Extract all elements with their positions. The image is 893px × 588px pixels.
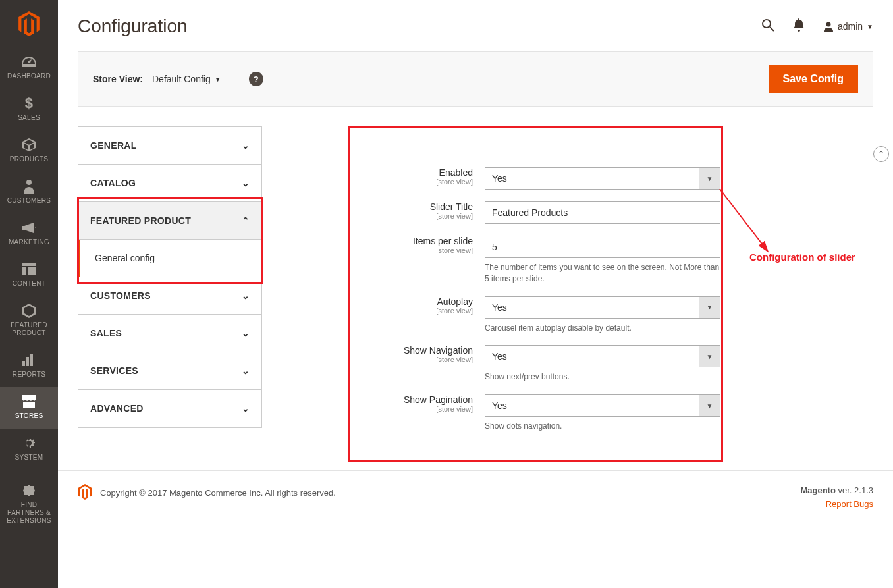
- items-per-slide-input[interactable]: [485, 236, 720, 258]
- caret-down-icon: ▼: [215, 76, 221, 83]
- nav-label: FIND PARTNERS & EXTENSIONS: [3, 501, 55, 525]
- svg-point-7: [763, 20, 771, 28]
- nav-label: PRODUCTS: [10, 155, 49, 163]
- nav-content[interactable]: CONTENT: [0, 255, 58, 296]
- svg-point-9: [826, 22, 830, 27]
- nav-label: REPORTS: [13, 371, 45, 379]
- nav-label: MARKETING: [9, 238, 49, 246]
- field-label: Items per slide: [287, 236, 473, 246]
- show-navigation-select[interactable]: Yes ▼: [485, 345, 720, 367]
- svg-rect-6: [30, 354, 33, 366]
- footer-left: Copyright © 2017 Magento Commerce Inc. A…: [78, 484, 336, 502]
- header-actions: admin ▼: [761, 18, 873, 35]
- field-slider-title: Slider Title [store view]: [287, 201, 847, 224]
- puzzle-icon: [22, 483, 36, 498]
- enabled-select[interactable]: Yes ▼: [485, 167, 720, 190]
- field-note: Show dots navigation.: [485, 421, 720, 432]
- megaphone-icon: [22, 220, 36, 236]
- store-view-switcher[interactable]: Default Config ▼: [152, 74, 221, 84]
- svg-rect-1: [22, 263, 36, 266]
- tab-advanced[interactable]: ADVANCED ⌄: [78, 390, 261, 427]
- caret-down-icon: ▼: [699, 346, 720, 367]
- field-note: Carousel item autoplay disable by defaul…: [485, 323, 720, 334]
- page-footer: Copyright © 2017 Magento Commerce Inc. A…: [58, 470, 893, 525]
- chevron-down-icon: ⌄: [242, 328, 250, 338]
- nav-label: FEATURED PRODUCT: [3, 321, 55, 337]
- caret-down-icon: ▼: [867, 23, 873, 30]
- nav-find-partners[interactable]: FIND PARTNERS & EXTENSIONS: [0, 476, 58, 533]
- nav-featured-product[interactable]: FEATURED PRODUCT: [0, 296, 58, 346]
- nav-reports[interactable]: REPORTS: [0, 346, 58, 387]
- nav-label: SALES: [18, 114, 40, 122]
- svg-line-8: [770, 27, 774, 31]
- nav-label: DASHBOARD: [7, 72, 51, 80]
- slider-config-form: Enabled [store view] Yes ▼ Slider Title …: [287, 167, 847, 432]
- subtab-general-config[interactable]: General config: [78, 240, 261, 277]
- select-value: Yes: [485, 297, 699, 318]
- field-label: Enabled: [287, 167, 473, 178]
- nav-products[interactable]: PRODUCTS: [0, 130, 58, 172]
- bars-icon: [22, 352, 36, 368]
- tab-services[interactable]: SERVICES ⌄: [78, 352, 261, 390]
- field-label: Autoplay: [287, 296, 473, 307]
- subtab-label: General config: [95, 253, 155, 263]
- nav-label: CUSTOMERS: [7, 197, 51, 205]
- chevron-up-icon: ⌃: [878, 149, 884, 159]
- hexagon-icon: [22, 303, 36, 319]
- cube-icon: [22, 137, 36, 153]
- field-scope: [store view]: [287, 405, 473, 413]
- nav-system[interactable]: SYSTEM: [0, 429, 58, 470]
- footer-right: Magento ver. 2.1.3 Report Bugs: [800, 484, 873, 512]
- config-form-wrap: ⌃ Configuration of slider Enabled [store…: [262, 126, 873, 444]
- footer-brand: Magento: [800, 485, 835, 495]
- help-icon[interactable]: ?: [249, 72, 263, 86]
- nav-customers[interactable]: CUSTOMERS: [0, 172, 58, 213]
- tab-customers[interactable]: CUSTOMERS ⌄: [78, 277, 261, 315]
- store-view-value: Default Config: [152, 74, 211, 84]
- tab-general[interactable]: GENERAL ⌄: [78, 127, 261, 165]
- bell-icon[interactable]: [793, 18, 805, 35]
- field-label: Show Navigation: [287, 345, 473, 356]
- report-bugs-link[interactable]: Report Bugs: [826, 499, 873, 509]
- collapse-section-button[interactable]: ⌃: [873, 146, 889, 162]
- admin-user-menu[interactable]: admin ▼: [823, 21, 873, 32]
- chevron-down-icon: ⌄: [242, 365, 250, 376]
- nav-marketing[interactable]: MARKETING: [0, 213, 58, 255]
- autoplay-select[interactable]: Yes ▼: [485, 296, 720, 319]
- svg-rect-2: [22, 267, 26, 275]
- magento-logo-icon: [18, 11, 40, 36]
- field-scope: [store view]: [287, 246, 473, 254]
- svg-rect-5: [26, 357, 29, 366]
- tab-label: ADVANCED: [90, 403, 144, 414]
- admin-sidebar: DASHBOARD $ SALES PRODUCTS CUSTOMERS MAR…: [0, 0, 58, 588]
- person-icon: [24, 178, 34, 194]
- chevron-down-icon: ⌄: [242, 140, 250, 151]
- tab-catalog[interactable]: CATALOG ⌄: [78, 165, 261, 202]
- nav-dashboard[interactable]: DASHBOARD: [0, 47, 58, 89]
- save-config-button[interactable]: Save Config: [769, 65, 858, 93]
- dollar-icon: $: [25, 95, 34, 111]
- tab-label: CATALOG: [90, 178, 136, 188]
- nav-sales[interactable]: $ SALES: [0, 89, 58, 130]
- show-pagination-select[interactable]: Yes ▼: [485, 394, 720, 417]
- storefront-icon: [22, 394, 36, 410]
- chevron-down-icon: ⌄: [242, 178, 250, 188]
- nav-stores[interactable]: STORES: [0, 387, 58, 429]
- slider-title-input[interactable]: [485, 201, 720, 224]
- main-content: Configuration admin ▼ Store View: Defaul…: [58, 0, 893, 588]
- chevron-down-icon: ⌄: [242, 403, 250, 414]
- gear-icon: [22, 435, 36, 451]
- toolbar-left: Store View: Default Config ▼ ?: [93, 72, 263, 86]
- field-label: Slider Title: [287, 201, 473, 212]
- field-scope: [store view]: [287, 178, 473, 186]
- svg-point-0: [26, 180, 32, 185]
- tab-sales[interactable]: SALES ⌄: [78, 315, 261, 352]
- annotation-text: Configuration of slider: [749, 252, 855, 263]
- tab-featured-product[interactable]: FEATURED PRODUCT ⌃: [78, 202, 261, 240]
- search-icon[interactable]: [761, 18, 774, 35]
- tab-label: SALES: [90, 328, 122, 338]
- select-value: Yes: [485, 395, 699, 416]
- magento-logo[interactable]: [0, 0, 58, 47]
- nav-label: CONTENT: [13, 280, 45, 288]
- copyright-text: Copyright © 2017 Magento Commerce Inc. A…: [100, 488, 336, 498]
